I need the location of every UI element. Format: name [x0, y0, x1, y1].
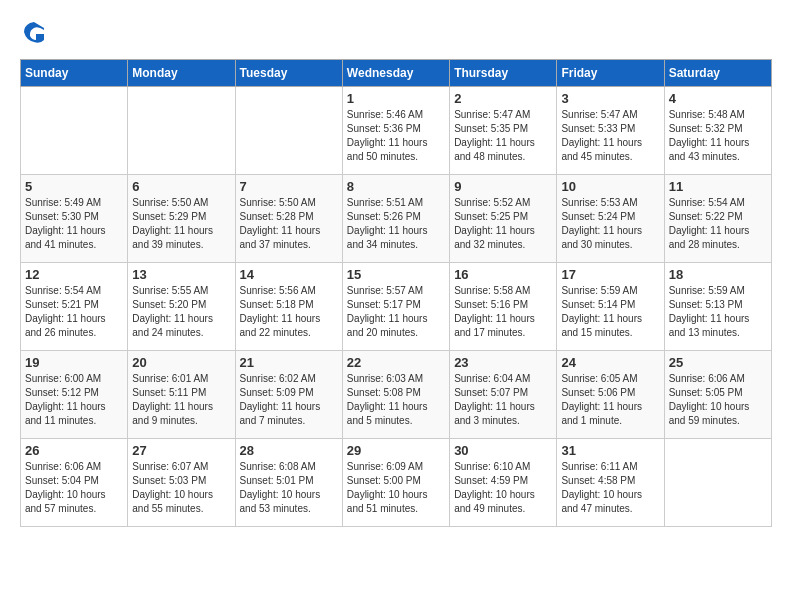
sunset-text: Sunset: 5:36 PM — [347, 123, 421, 134]
sunset-text: Sunset: 5:35 PM — [454, 123, 528, 134]
logo — [20, 20, 46, 49]
sunset-text: Sunset: 4:58 PM — [561, 475, 635, 486]
day-number: 20 — [132, 355, 230, 370]
header-row: SundayMondayTuesdayWednesdayThursdayFrid… — [21, 60, 772, 87]
calendar-cell: 26 Sunrise: 6:06 AM Sunset: 5:04 PM Dayl… — [21, 439, 128, 527]
sunrise-text: Sunrise: 5:51 AM — [347, 197, 423, 208]
daylight-text: Daylight: 11 hours and 26 minutes. — [25, 313, 106, 338]
sunrise-text: Sunrise: 5:47 AM — [561, 109, 637, 120]
sunset-text: Sunset: 5:16 PM — [454, 299, 528, 310]
daylight-text: Daylight: 11 hours and 13 minutes. — [669, 313, 750, 338]
sunrise-text: Sunrise: 5:52 AM — [454, 197, 530, 208]
day-number: 17 — [561, 267, 659, 282]
sunrise-text: Sunrise: 5:56 AM — [240, 285, 316, 296]
calendar-cell: 2 Sunrise: 5:47 AM Sunset: 5:35 PM Dayli… — [450, 87, 557, 175]
logo-icon — [22, 20, 46, 44]
sunset-text: Sunset: 5:04 PM — [25, 475, 99, 486]
calendar-cell: 23 Sunrise: 6:04 AM Sunset: 5:07 PM Dayl… — [450, 351, 557, 439]
sunset-text: Sunset: 5:08 PM — [347, 387, 421, 398]
sunrise-text: Sunrise: 6:06 AM — [25, 461, 101, 472]
sunset-text: Sunset: 5:22 PM — [669, 211, 743, 222]
daylight-text: Daylight: 11 hours and 41 minutes. — [25, 225, 106, 250]
sunrise-text: Sunrise: 5:49 AM — [25, 197, 101, 208]
sunset-text: Sunset: 5:07 PM — [454, 387, 528, 398]
sunset-text: Sunset: 5:14 PM — [561, 299, 635, 310]
daylight-text: Daylight: 11 hours and 22 minutes. — [240, 313, 321, 338]
daylight-text: Daylight: 11 hours and 48 minutes. — [454, 137, 535, 162]
sunrise-text: Sunrise: 5:57 AM — [347, 285, 423, 296]
sunset-text: Sunset: 5:00 PM — [347, 475, 421, 486]
daylight-text: Daylight: 10 hours and 47 minutes. — [561, 489, 642, 514]
day-number: 22 — [347, 355, 445, 370]
sunset-text: Sunset: 5:03 PM — [132, 475, 206, 486]
daylight-text: Daylight: 11 hours and 39 minutes. — [132, 225, 213, 250]
day-number: 27 — [132, 443, 230, 458]
sunrise-text: Sunrise: 6:04 AM — [454, 373, 530, 384]
calendar-cell: 4 Sunrise: 5:48 AM Sunset: 5:32 PM Dayli… — [664, 87, 771, 175]
sunrise-text: Sunrise: 5:59 AM — [669, 285, 745, 296]
sunrise-text: Sunrise: 6:02 AM — [240, 373, 316, 384]
sunset-text: Sunset: 4:59 PM — [454, 475, 528, 486]
daylight-text: Daylight: 11 hours and 1 minute. — [561, 401, 642, 426]
daylight-text: Daylight: 11 hours and 9 minutes. — [132, 401, 213, 426]
daylight-text: Daylight: 11 hours and 50 minutes. — [347, 137, 428, 162]
sunset-text: Sunset: 5:11 PM — [132, 387, 206, 398]
day-number: 1 — [347, 91, 445, 106]
daylight-text: Daylight: 11 hours and 20 minutes. — [347, 313, 428, 338]
sunrise-text: Sunrise: 5:48 AM — [669, 109, 745, 120]
calendar-cell: 14 Sunrise: 5:56 AM Sunset: 5:18 PM Dayl… — [235, 263, 342, 351]
daylight-text: Daylight: 11 hours and 28 minutes. — [669, 225, 750, 250]
calendar-cell: 17 Sunrise: 5:59 AM Sunset: 5:14 PM Dayl… — [557, 263, 664, 351]
week-row-4: 19 Sunrise: 6:00 AM Sunset: 5:12 PM Dayl… — [21, 351, 772, 439]
day-number: 26 — [25, 443, 123, 458]
daylight-text: Daylight: 11 hours and 37 minutes. — [240, 225, 321, 250]
sunrise-text: Sunrise: 6:01 AM — [132, 373, 208, 384]
calendar-cell: 29 Sunrise: 6:09 AM Sunset: 5:00 PM Dayl… — [342, 439, 449, 527]
sunset-text: Sunset: 5:13 PM — [669, 299, 743, 310]
sunrise-text: Sunrise: 5:46 AM — [347, 109, 423, 120]
calendar-cell: 25 Sunrise: 6:06 AM Sunset: 5:05 PM Dayl… — [664, 351, 771, 439]
calendar-cell: 12 Sunrise: 5:54 AM Sunset: 5:21 PM Dayl… — [21, 263, 128, 351]
day-number: 10 — [561, 179, 659, 194]
calendar-cell: 20 Sunrise: 6:01 AM Sunset: 5:11 PM Dayl… — [128, 351, 235, 439]
sunrise-text: Sunrise: 6:05 AM — [561, 373, 637, 384]
calendar-cell: 31 Sunrise: 6:11 AM Sunset: 4:58 PM Dayl… — [557, 439, 664, 527]
daylight-text: Daylight: 11 hours and 5 minutes. — [347, 401, 428, 426]
day-number: 30 — [454, 443, 552, 458]
sunrise-text: Sunrise: 6:07 AM — [132, 461, 208, 472]
calendar-cell — [235, 87, 342, 175]
sunset-text: Sunset: 5:17 PM — [347, 299, 421, 310]
day-header-wednesday: Wednesday — [342, 60, 449, 87]
day-number: 21 — [240, 355, 338, 370]
sunrise-text: Sunrise: 6:10 AM — [454, 461, 530, 472]
day-header-tuesday: Tuesday — [235, 60, 342, 87]
sunset-text: Sunset: 5:26 PM — [347, 211, 421, 222]
calendar-cell: 1 Sunrise: 5:46 AM Sunset: 5:36 PM Dayli… — [342, 87, 449, 175]
daylight-text: Daylight: 11 hours and 15 minutes. — [561, 313, 642, 338]
calendar-cell: 5 Sunrise: 5:49 AM Sunset: 5:30 PM Dayli… — [21, 175, 128, 263]
calendar-cell: 13 Sunrise: 5:55 AM Sunset: 5:20 PM Dayl… — [128, 263, 235, 351]
day-number: 12 — [25, 267, 123, 282]
calendar-cell: 18 Sunrise: 5:59 AM Sunset: 5:13 PM Dayl… — [664, 263, 771, 351]
sunrise-text: Sunrise: 5:54 AM — [25, 285, 101, 296]
calendar-cell: 10 Sunrise: 5:53 AM Sunset: 5:24 PM Dayl… — [557, 175, 664, 263]
week-row-1: 1 Sunrise: 5:46 AM Sunset: 5:36 PM Dayli… — [21, 87, 772, 175]
daylight-text: Daylight: 11 hours and 17 minutes. — [454, 313, 535, 338]
calendar-cell: 7 Sunrise: 5:50 AM Sunset: 5:28 PM Dayli… — [235, 175, 342, 263]
sunrise-text: Sunrise: 5:54 AM — [669, 197, 745, 208]
calendar-cell: 15 Sunrise: 5:57 AM Sunset: 5:17 PM Dayl… — [342, 263, 449, 351]
daylight-text: Daylight: 11 hours and 43 minutes. — [669, 137, 750, 162]
day-header-saturday: Saturday — [664, 60, 771, 87]
day-number: 31 — [561, 443, 659, 458]
sunrise-text: Sunrise: 6:06 AM — [669, 373, 745, 384]
daylight-text: Daylight: 11 hours and 45 minutes. — [561, 137, 642, 162]
week-row-3: 12 Sunrise: 5:54 AM Sunset: 5:21 PM Dayl… — [21, 263, 772, 351]
calendar-cell: 19 Sunrise: 6:00 AM Sunset: 5:12 PM Dayl… — [21, 351, 128, 439]
sunset-text: Sunset: 5:33 PM — [561, 123, 635, 134]
daylight-text: Daylight: 10 hours and 51 minutes. — [347, 489, 428, 514]
calendar-cell: 30 Sunrise: 6:10 AM Sunset: 4:59 PM Dayl… — [450, 439, 557, 527]
daylight-text: Daylight: 10 hours and 55 minutes. — [132, 489, 213, 514]
day-number: 16 — [454, 267, 552, 282]
sunrise-text: Sunrise: 6:08 AM — [240, 461, 316, 472]
page-header — [20, 20, 772, 49]
